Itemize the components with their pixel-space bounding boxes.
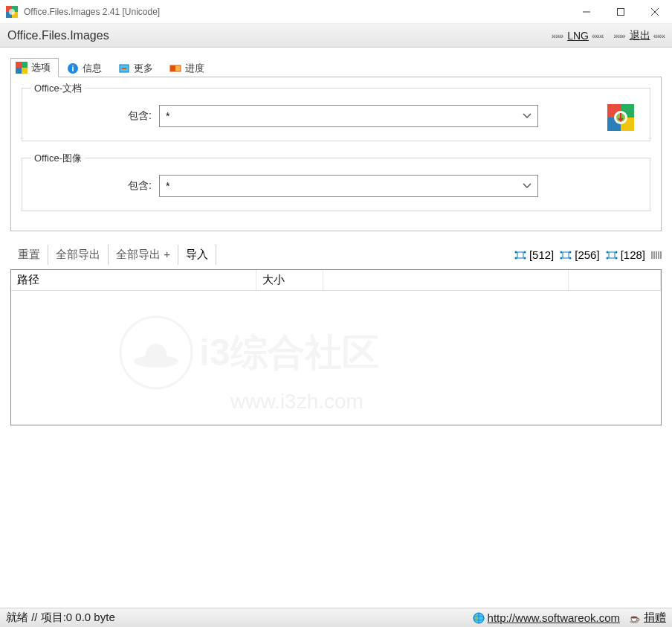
arrows-right-icon: ««« [592, 31, 603, 40]
size-icon [514, 251, 526, 260]
arrows-left-icon: »»» [552, 31, 563, 40]
export-all-plus-button[interactable]: 全部导出 + [109, 245, 178, 265]
svg-point-40 [606, 257, 608, 259]
status-text: 就绪 // 项目:0 0.0 byte [6, 611, 115, 625]
image-include-combo[interactable]: * [159, 175, 538, 197]
size-512-button[interactable]: [512] [514, 248, 554, 261]
status-bar: 就绪 // 项目:0 0.0 byte http://www.softwareo… [0, 608, 672, 627]
svg-point-33 [560, 251, 563, 253]
exit-button[interactable]: 退出 [630, 29, 650, 42]
svg-point-29 [523, 251, 526, 253]
svg-rect-14 [22, 68, 28, 74]
tab-label: 选项 [31, 61, 51, 74]
arrows-left-icon: »»» [613, 31, 624, 40]
svg-rect-32 [563, 252, 569, 258]
svg-point-4 [9, 9, 15, 15]
main-toolbar: Office.Files.Images »»» LNG ««« »»» 退出 «… [0, 24, 672, 48]
minimize-button[interactable] [569, 0, 604, 24]
results-table[interactable]: 路径 大小 [10, 269, 662, 425]
progress-icon [169, 62, 181, 74]
window-title: Office.Files.Images 2.41 [Unicode] [24, 7, 569, 17]
svg-point-51 [631, 616, 637, 618]
tab-bar: 选项 i 信息 更多 进度 [10, 58, 662, 77]
col-size[interactable]: 大小 [256, 270, 323, 290]
group-legend: Office-文档 [31, 82, 85, 95]
doc-include-combo[interactable]: * [159, 105, 538, 127]
chevron-down-icon [523, 113, 532, 119]
group-legend: Office-图像 [31, 152, 85, 165]
tab-progress[interactable]: 进度 [164, 59, 213, 77]
export-all-button[interactable]: 全部导出 [48, 245, 109, 265]
website-link[interactable]: http://www.softwareok.com [488, 611, 620, 624]
svg-point-28 [514, 251, 517, 253]
svg-point-35 [560, 257, 563, 259]
app-icon [6, 6, 18, 18]
size-icon [560, 251, 572, 260]
combo-value: * [166, 110, 523, 122]
svg-point-34 [569, 251, 572, 253]
svg-point-38 [606, 251, 608, 253]
svg-rect-37 [609, 252, 615, 258]
coffee-icon [629, 612, 641, 624]
title-bar: Office.Files.Images 2.41 [Unicode] [0, 0, 672, 24]
svg-rect-27 [517, 252, 523, 258]
reset-button[interactable]: 重置 [10, 245, 48, 265]
import-button[interactable]: 导入 [178, 245, 216, 265]
more-icon [118, 62, 130, 74]
col-extra2[interactable] [569, 270, 661, 290]
tab-more[interactable]: 更多 [113, 59, 161, 77]
close-button[interactable] [638, 0, 672, 24]
svg-point-31 [523, 257, 526, 259]
donate-link[interactable]: 捐赠 [644, 611, 666, 625]
info-icon: i [67, 62, 79, 74]
svg-rect-6 [618, 8, 624, 15]
size-128-button[interactable]: [128] [606, 248, 645, 261]
size-256-button[interactable]: [256] [560, 248, 599, 261]
language-button[interactable]: LNG [567, 30, 589, 42]
svg-point-30 [514, 257, 517, 259]
tab-info[interactable]: i 信息 [62, 59, 110, 77]
svg-point-36 [569, 257, 572, 259]
options-icon [16, 62, 28, 74]
office-image-group: Office-图像 包含: * [22, 158, 650, 211]
globe-icon [473, 612, 485, 624]
svg-rect-11 [16, 62, 22, 68]
tab-options[interactable]: 选项 [10, 58, 59, 77]
include-label: 包含: [33, 179, 152, 193]
chevron-down-icon [523, 183, 532, 189]
list-view-icon[interactable] [651, 250, 662, 260]
toolbar-title: Office.Files.Images [7, 29, 552, 42]
arrows-right-icon: ««« [653, 31, 665, 40]
action-bar: 重置 全部导出 全部导出 + 导入 [512] [256] [128] [10, 245, 662, 265]
svg-point-41 [615, 257, 617, 259]
svg-rect-12 [22, 62, 28, 68]
include-label: 包含: [33, 109, 152, 123]
col-extra[interactable] [323, 270, 569, 290]
tab-label: 更多 [134, 62, 153, 75]
tab-label: 进度 [185, 62, 204, 75]
office-doc-group: Office-文档 包含: * [22, 88, 650, 141]
size-icon [606, 251, 618, 260]
maximize-button[interactable] [604, 0, 638, 24]
svg-rect-13 [16, 68, 22, 74]
table-header: 路径 大小 [11, 270, 661, 291]
col-path[interactable]: 路径 [11, 270, 256, 290]
options-panel: Office-文档 包含: * Office-图像 包含: * [10, 77, 662, 231]
svg-rect-20 [170, 65, 175, 71]
svg-text:i: i [71, 64, 74, 73]
combo-value: * [166, 180, 523, 192]
content-area: i3综合社区 www.i3zh.com 选项 i 信息 更多 进度 Off [0, 48, 672, 608]
svg-point-39 [615, 251, 617, 253]
tab-label: 信息 [83, 62, 102, 75]
